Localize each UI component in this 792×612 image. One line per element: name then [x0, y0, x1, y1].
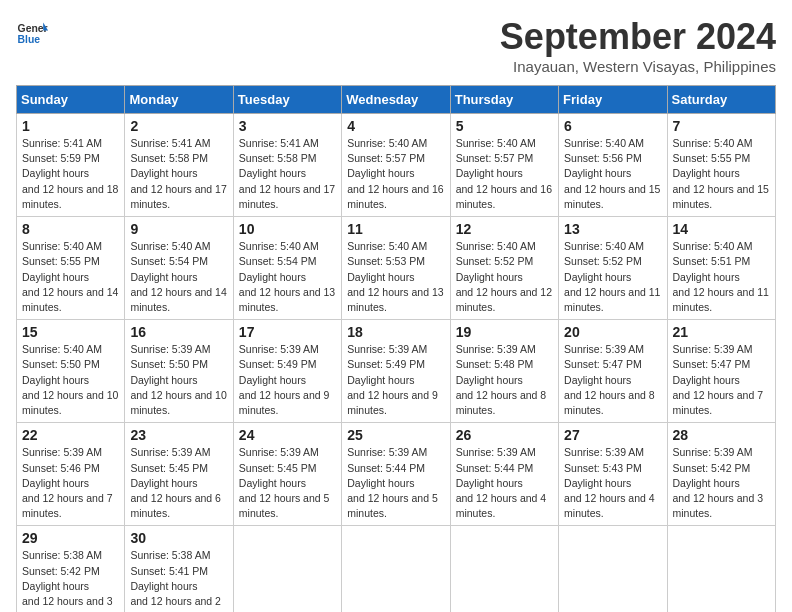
day-number: 15 — [22, 324, 119, 340]
calendar-week-2: 8Sunrise: 5:40 AMSunset: 5:55 PMDaylight… — [17, 217, 776, 320]
calendar-cell — [559, 526, 667, 612]
day-info: Sunrise: 5:38 AMSunset: 5:42 PMDaylight … — [22, 548, 119, 612]
day-number: 14 — [673, 221, 770, 237]
calendar-cell: 29Sunrise: 5:38 AMSunset: 5:42 PMDayligh… — [17, 526, 125, 612]
day-number: 1 — [22, 118, 119, 134]
calendar-cell: 19Sunrise: 5:39 AMSunset: 5:48 PMDayligh… — [450, 320, 558, 423]
day-info: Sunrise: 5:39 AMSunset: 5:42 PMDaylight … — [673, 445, 770, 521]
calendar-cell: 22Sunrise: 5:39 AMSunset: 5:46 PMDayligh… — [17, 423, 125, 526]
day-info: Sunrise: 5:41 AMSunset: 5:58 PMDaylight … — [130, 136, 227, 212]
day-number: 23 — [130, 427, 227, 443]
location-subtitle: Inayauan, Western Visayas, Philippines — [500, 58, 776, 75]
calendar-cell: 17Sunrise: 5:39 AMSunset: 5:49 PMDayligh… — [233, 320, 341, 423]
col-header-monday: Monday — [125, 86, 233, 114]
day-info: Sunrise: 5:39 AMSunset: 5:49 PMDaylight … — [347, 342, 444, 418]
day-number: 13 — [564, 221, 661, 237]
logo: General Blue — [16, 16, 48, 48]
col-header-thursday: Thursday — [450, 86, 558, 114]
day-number: 25 — [347, 427, 444, 443]
calendar-cell: 23Sunrise: 5:39 AMSunset: 5:45 PMDayligh… — [125, 423, 233, 526]
day-info: Sunrise: 5:40 AMSunset: 5:53 PMDaylight … — [347, 239, 444, 315]
day-info: Sunrise: 5:39 AMSunset: 5:50 PMDaylight … — [130, 342, 227, 418]
col-header-sunday: Sunday — [17, 86, 125, 114]
day-info: Sunrise: 5:41 AMSunset: 5:59 PMDaylight … — [22, 136, 119, 212]
day-number: 6 — [564, 118, 661, 134]
calendar-cell: 16Sunrise: 5:39 AMSunset: 5:50 PMDayligh… — [125, 320, 233, 423]
day-number: 30 — [130, 530, 227, 546]
day-number: 18 — [347, 324, 444, 340]
svg-text:Blue: Blue — [18, 34, 41, 45]
day-info: Sunrise: 5:40 AMSunset: 5:52 PMDaylight … — [564, 239, 661, 315]
day-number: 9 — [130, 221, 227, 237]
day-info: Sunrise: 5:40 AMSunset: 5:55 PMDaylight … — [22, 239, 119, 315]
day-number: 12 — [456, 221, 553, 237]
day-number: 28 — [673, 427, 770, 443]
day-info: Sunrise: 5:40 AMSunset: 5:51 PMDaylight … — [673, 239, 770, 315]
day-info: Sunrise: 5:40 AMSunset: 5:57 PMDaylight … — [347, 136, 444, 212]
calendar-cell: 5Sunrise: 5:40 AMSunset: 5:57 PMDaylight… — [450, 114, 558, 217]
day-number: 5 — [456, 118, 553, 134]
calendar-cell — [342, 526, 450, 612]
calendar-cell: 26Sunrise: 5:39 AMSunset: 5:44 PMDayligh… — [450, 423, 558, 526]
day-number: 24 — [239, 427, 336, 443]
day-info: Sunrise: 5:39 AMSunset: 5:49 PMDaylight … — [239, 342, 336, 418]
calendar-cell: 10Sunrise: 5:40 AMSunset: 5:54 PMDayligh… — [233, 217, 341, 320]
day-number: 7 — [673, 118, 770, 134]
calendar-cell: 25Sunrise: 5:39 AMSunset: 5:44 PMDayligh… — [342, 423, 450, 526]
calendar-cell: 8Sunrise: 5:40 AMSunset: 5:55 PMDaylight… — [17, 217, 125, 320]
day-number: 16 — [130, 324, 227, 340]
month-title: September 2024 — [500, 16, 776, 58]
logo-icon: General Blue — [16, 16, 48, 48]
calendar-cell: 13Sunrise: 5:40 AMSunset: 5:52 PMDayligh… — [559, 217, 667, 320]
calendar-cell: 24Sunrise: 5:39 AMSunset: 5:45 PMDayligh… — [233, 423, 341, 526]
day-info: Sunrise: 5:39 AMSunset: 5:47 PMDaylight … — [673, 342, 770, 418]
day-number: 21 — [673, 324, 770, 340]
calendar-cell: 30Sunrise: 5:38 AMSunset: 5:41 PMDayligh… — [125, 526, 233, 612]
calendar-cell: 4Sunrise: 5:40 AMSunset: 5:57 PMDaylight… — [342, 114, 450, 217]
calendar-header-row: SundayMondayTuesdayWednesdayThursdayFrid… — [17, 86, 776, 114]
calendar-cell: 12Sunrise: 5:40 AMSunset: 5:52 PMDayligh… — [450, 217, 558, 320]
calendar-cell: 28Sunrise: 5:39 AMSunset: 5:42 PMDayligh… — [667, 423, 775, 526]
col-header-wednesday: Wednesday — [342, 86, 450, 114]
day-info: Sunrise: 5:40 AMSunset: 5:54 PMDaylight … — [239, 239, 336, 315]
calendar-cell — [667, 526, 775, 612]
calendar-cell: 7Sunrise: 5:40 AMSunset: 5:55 PMDaylight… — [667, 114, 775, 217]
day-info: Sunrise: 5:40 AMSunset: 5:56 PMDaylight … — [564, 136, 661, 212]
calendar-cell: 21Sunrise: 5:39 AMSunset: 5:47 PMDayligh… — [667, 320, 775, 423]
calendar-week-1: 1Sunrise: 5:41 AMSunset: 5:59 PMDaylight… — [17, 114, 776, 217]
col-header-friday: Friday — [559, 86, 667, 114]
day-number: 10 — [239, 221, 336, 237]
day-number: 27 — [564, 427, 661, 443]
calendar-cell: 2Sunrise: 5:41 AMSunset: 5:58 PMDaylight… — [125, 114, 233, 217]
day-number: 26 — [456, 427, 553, 443]
day-number: 11 — [347, 221, 444, 237]
calendar-cell — [450, 526, 558, 612]
calendar-cell: 18Sunrise: 5:39 AMSunset: 5:49 PMDayligh… — [342, 320, 450, 423]
day-number: 22 — [22, 427, 119, 443]
day-info: Sunrise: 5:39 AMSunset: 5:46 PMDaylight … — [22, 445, 119, 521]
day-number: 20 — [564, 324, 661, 340]
calendar-cell — [233, 526, 341, 612]
day-info: Sunrise: 5:40 AMSunset: 5:55 PMDaylight … — [673, 136, 770, 212]
calendar-week-5: 29Sunrise: 5:38 AMSunset: 5:42 PMDayligh… — [17, 526, 776, 612]
day-number: 3 — [239, 118, 336, 134]
day-info: Sunrise: 5:38 AMSunset: 5:41 PMDaylight … — [130, 548, 227, 612]
calendar-cell: 27Sunrise: 5:39 AMSunset: 5:43 PMDayligh… — [559, 423, 667, 526]
calendar-cell: 3Sunrise: 5:41 AMSunset: 5:58 PMDaylight… — [233, 114, 341, 217]
title-block: September 2024 Inayauan, Western Visayas… — [500, 16, 776, 75]
page-header: General Blue September 2024 Inayauan, We… — [16, 16, 776, 75]
day-info: Sunrise: 5:39 AMSunset: 5:45 PMDaylight … — [130, 445, 227, 521]
calendar-cell: 15Sunrise: 5:40 AMSunset: 5:50 PMDayligh… — [17, 320, 125, 423]
day-info: Sunrise: 5:39 AMSunset: 5:48 PMDaylight … — [456, 342, 553, 418]
calendar-cell: 6Sunrise: 5:40 AMSunset: 5:56 PMDaylight… — [559, 114, 667, 217]
day-info: Sunrise: 5:39 AMSunset: 5:44 PMDaylight … — [456, 445, 553, 521]
day-info: Sunrise: 5:39 AMSunset: 5:45 PMDaylight … — [239, 445, 336, 521]
day-number: 2 — [130, 118, 227, 134]
day-info: Sunrise: 5:40 AMSunset: 5:54 PMDaylight … — [130, 239, 227, 315]
col-header-tuesday: Tuesday — [233, 86, 341, 114]
calendar-cell: 1Sunrise: 5:41 AMSunset: 5:59 PMDaylight… — [17, 114, 125, 217]
calendar-table: SundayMondayTuesdayWednesdayThursdayFrid… — [16, 85, 776, 612]
day-info: Sunrise: 5:39 AMSunset: 5:44 PMDaylight … — [347, 445, 444, 521]
day-number: 8 — [22, 221, 119, 237]
calendar-cell: 20Sunrise: 5:39 AMSunset: 5:47 PMDayligh… — [559, 320, 667, 423]
